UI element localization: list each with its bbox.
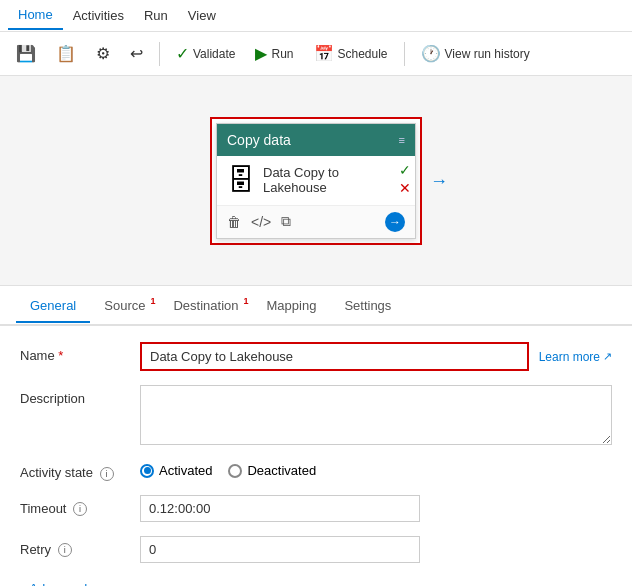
card-check-icon[interactable]: ✓ <box>399 162 411 178</box>
save-button[interactable]: 💾 <box>8 40 44 67</box>
card-scroll-indicator: ≡ <box>399 134 405 146</box>
learn-more-link[interactable]: Learn more ↗ <box>539 350 612 364</box>
card-title: Copy data <box>227 132 291 148</box>
tab-general[interactable]: General <box>16 290 90 323</box>
activity-wrapper: Copy data ≡ 🗄 Data Copy to Lakehouse ✓ ✕… <box>210 117 422 245</box>
tab-mapping[interactable]: Mapping <box>253 290 331 323</box>
tab-settings[interactable]: Settings <box>330 290 405 323</box>
activity-state-label: Activity state i <box>20 459 140 481</box>
external-link-icon: ↗ <box>603 350 612 363</box>
copy-icon: 📋 <box>56 44 76 63</box>
card-x-icon[interactable]: ✕ <box>399 180 411 196</box>
timeout-input[interactable] <box>140 495 420 522</box>
name-required: * <box>58 348 63 363</box>
card-actions-side: ✓ ✕ <box>399 162 411 196</box>
run-label: Run <box>271 47 293 61</box>
timeout-info-icon: i <box>73 502 87 516</box>
view-run-history-button[interactable]: 🕐 View run history <box>413 40 538 67</box>
menu-view[interactable]: View <box>178 2 226 29</box>
source-badge: 1 <box>150 296 155 306</box>
toolbar: 💾 📋 ⚙ ↩ ✓ Validate ▶ Run 📅 Schedule 🕐 Vi… <box>0 32 632 76</box>
validate-button[interactable]: ✓ Validate <box>168 40 243 67</box>
card-arrow-button[interactable]: → <box>385 212 405 232</box>
run-button[interactable]: ▶ Run <box>247 40 301 67</box>
timeout-row: Timeout i <box>20 495 612 522</box>
name-label: Name * <box>20 342 140 363</box>
view-run-history-label: View run history <box>445 47 530 61</box>
play-icon: ▶ <box>255 44 267 63</box>
advanced-label: Advanced <box>29 581 87 586</box>
canvas-area: Copy data ≡ 🗄 Data Copy to Lakehouse ✓ ✕… <box>0 76 632 286</box>
retry-row: Retry i <box>20 536 612 563</box>
activity-card-selected[interactable]: Copy data ≡ 🗄 Data Copy to Lakehouse ✓ ✕… <box>210 117 422 245</box>
calendar-icon: 📅 <box>314 44 334 63</box>
retry-input[interactable] <box>140 536 420 563</box>
activity-card[interactable]: Copy data ≡ 🗄 Data Copy to Lakehouse ✓ ✕… <box>216 123 416 239</box>
right-arrow-icon: → <box>430 170 448 191</box>
copy-icon[interactable]: ⧉ <box>281 213 291 230</box>
description-row: Description <box>20 385 612 445</box>
copy-button[interactable]: 📋 <box>48 40 84 67</box>
destination-badge: 1 <box>243 296 248 306</box>
activity-state-row: Activity state i Activated Deactivated <box>20 459 612 481</box>
schedule-label: Schedule <box>338 47 388 61</box>
name-row: Name * Learn more ↗ <box>20 342 612 371</box>
activated-radio[interactable] <box>140 464 154 478</box>
card-header: Copy data ≡ <box>217 124 415 156</box>
menu-bar: Home Activities Run View <box>0 0 632 32</box>
gear-icon: ⚙ <box>96 44 110 63</box>
name-input-wrapper <box>140 342 529 371</box>
history-icon: 🕐 <box>421 44 441 63</box>
code-icon[interactable]: </> <box>251 214 271 230</box>
retry-label: Retry i <box>20 536 140 558</box>
card-activity-name: Data Copy to Lakehouse <box>263 165 405 195</box>
check-icon: ✓ <box>176 44 189 63</box>
validate-label: Validate <box>193 47 235 61</box>
separator-2 <box>404 42 405 66</box>
form-area: Name * Learn more ↗ Description Activity… <box>0 326 632 586</box>
activated-option[interactable]: Activated <box>140 463 212 478</box>
advanced-row[interactable]: › Advanced <box>20 577 612 586</box>
tab-source[interactable]: Source1 <box>90 290 159 323</box>
description-input[interactable] <box>140 385 612 445</box>
deactivated-radio[interactable] <box>228 464 242 478</box>
menu-activities[interactable]: Activities <box>63 2 134 29</box>
card-footer: 🗑 </> ⧉ → <box>217 205 415 238</box>
deactivated-option[interactable]: Deactivated <box>228 463 316 478</box>
name-input[interactable] <box>142 344 527 369</box>
activity-state-info-icon: i <box>100 467 114 481</box>
separator-1 <box>159 42 160 66</box>
description-label: Description <box>20 385 140 406</box>
card-body: 🗄 Data Copy to Lakehouse ✓ ✕ <box>217 156 415 205</box>
trash-icon[interactable]: 🗑 <box>227 214 241 230</box>
settings-button[interactable]: ⚙ <box>88 40 118 67</box>
chevron-right-icon: › <box>20 583 23 586</box>
tab-bar: General Source1 Destination1 Mapping Set… <box>0 286 632 326</box>
activity-state-radio-group: Activated Deactivated <box>140 459 316 478</box>
menu-home[interactable]: Home <box>8 1 63 30</box>
undo-button[interactable]: ↩ <box>122 40 151 67</box>
undo-icon: ↩ <box>130 44 143 63</box>
timeout-label: Timeout i <box>20 495 140 517</box>
menu-run[interactable]: Run <box>134 2 178 29</box>
retry-info-icon: i <box>58 543 72 557</box>
schedule-button[interactable]: 📅 Schedule <box>306 40 396 67</box>
database-icon: 🗄 <box>227 164 255 197</box>
tab-destination[interactable]: Destination1 <box>159 290 252 323</box>
save-icon: 💾 <box>16 44 36 63</box>
